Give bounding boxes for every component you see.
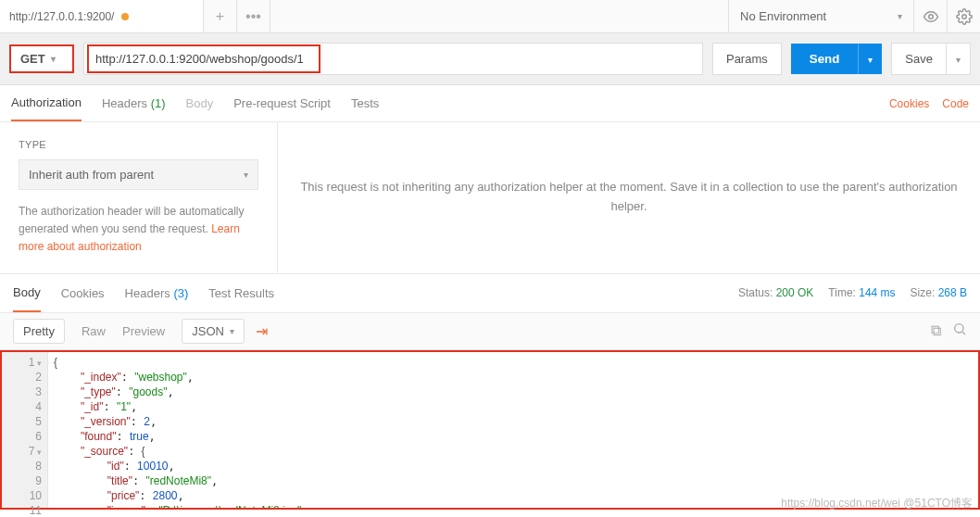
method-select[interactable]: GET ▾	[9, 44, 74, 73]
chevron-down-icon: ▾	[868, 55, 873, 65]
svg-line-3	[962, 332, 965, 334]
svg-point-0	[928, 14, 933, 19]
resp-tab-headers[interactable]: Headers (3)	[125, 275, 189, 311]
method-label: GET	[20, 52, 45, 66]
code-link[interactable]: Code	[942, 97, 969, 110]
save-dropdown[interactable]: ▾	[947, 43, 971, 75]
wrap-lines-icon[interactable]: ⇥	[256, 322, 268, 340]
format-select[interactable]: JSON ▾	[182, 319, 245, 344]
status-meta: Status: 200 OK	[738, 286, 813, 299]
copy-icon[interactable]: ⧉	[931, 322, 941, 339]
tab-prerequest[interactable]: Pre-request Script	[233, 86, 331, 120]
tab-body[interactable]: Body	[186, 86, 214, 120]
params-button[interactable]: Params	[712, 43, 782, 75]
unsaved-dot-icon	[121, 13, 129, 20]
chevron-down-icon: ▾	[244, 170, 248, 180]
quicklook-icon[interactable]	[913, 0, 947, 32]
auth-type-select[interactable]: Inherit auth from parent ▾	[19, 159, 258, 190]
search-icon[interactable]	[952, 322, 967, 340]
resp-tab-body[interactable]: Body	[13, 274, 41, 312]
send-button[interactable]: Send	[791, 44, 859, 74]
send-dropdown[interactable]: ▾	[858, 44, 882, 74]
settings-icon[interactable]	[947, 0, 980, 32]
auth-description: The authorization header will be automat…	[19, 203, 258, 257]
cookies-link[interactable]: Cookies	[889, 97, 929, 110]
resp-tab-cookies[interactable]: Cookies	[61, 275, 105, 311]
tab-headers[interactable]: Headers (1)	[102, 86, 166, 120]
time-meta: Time: 144 ms	[828, 286, 895, 299]
resp-tab-tests[interactable]: Test Results	[208, 275, 274, 311]
save-button[interactable]: Save	[891, 43, 947, 75]
line-gutter: 1234567891011	[2, 352, 48, 508]
view-pretty[interactable]: Pretty	[13, 319, 65, 344]
environment-select[interactable]: No Environment ▾	[728, 0, 913, 32]
chevron-down-icon: ▾	[898, 11, 902, 21]
environment-label: No Environment	[740, 9, 826, 23]
size-meta: Size: 268 B	[911, 286, 967, 299]
new-tab-button[interactable]: +	[204, 0, 237, 32]
chevron-down-icon: ▾	[956, 55, 961, 65]
auth-type-value: Inherit auth from parent	[29, 168, 154, 182]
url-input[interactable]	[83, 43, 703, 75]
auth-helper-message: This request is not inheriting any autho…	[278, 122, 980, 273]
type-label: TYPE	[19, 139, 258, 150]
code-content: { "_index": "webshop", "_type": "goods",…	[48, 352, 978, 508]
tab-authorization[interactable]: Authorization	[11, 85, 82, 121]
response-body[interactable]: 1234567891011 { "_index": "webshop", "_t…	[0, 350, 980, 510]
svg-point-1	[961, 14, 966, 19]
view-preview[interactable]: Preview	[122, 324, 165, 338]
tab-overflow-button[interactable]: •••	[237, 0, 270, 32]
chevron-down-icon: ▾	[230, 326, 234, 336]
tab-title: http://127.0.0.1:9200/	[9, 10, 114, 23]
svg-point-2	[955, 324, 963, 333]
chevron-down-icon: ▾	[51, 54, 56, 64]
watermark: https://blog.csdn.net/wei @51CTO博客	[781, 496, 973, 511]
tab-tests[interactable]: Tests	[351, 86, 379, 120]
view-raw[interactable]: Raw	[82, 324, 106, 338]
request-tab[interactable]: http://127.0.0.1:9200/	[0, 0, 204, 32]
